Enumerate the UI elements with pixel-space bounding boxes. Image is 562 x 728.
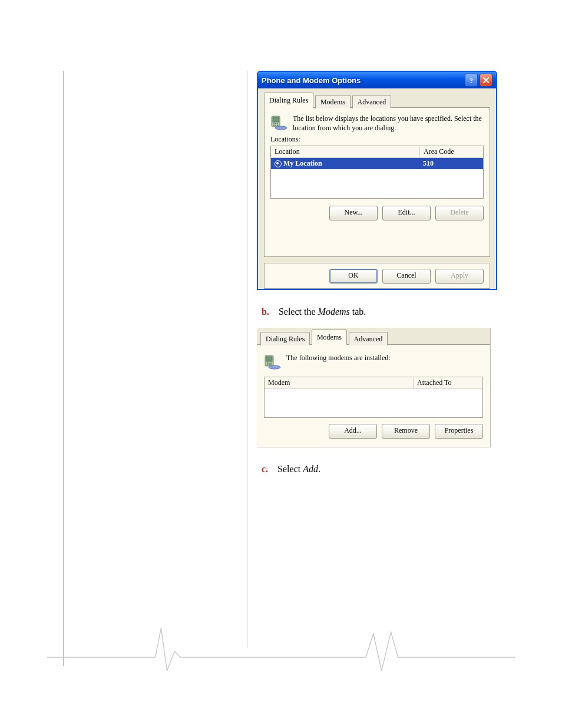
help-button[interactable]: ?: [465, 74, 478, 87]
svg-point-8: [277, 125, 278, 126]
svg-point-17: [270, 364, 272, 365]
svg-point-6: [273, 125, 275, 126]
tab-modems[interactable]: Modems: [315, 95, 351, 108]
dialog-title: Phone and Modem Options: [262, 76, 361, 85]
step-c-label: c.: [262, 464, 268, 474]
dialog-description: The list below displays the locations yo…: [293, 114, 484, 133]
step-c: c. Select Add.: [262, 464, 507, 475]
step-b-em: Modems: [318, 307, 350, 317]
tab-advanced[interactable]: Advanced: [352, 95, 392, 108]
tab2-dialing-rules[interactable]: Dialing Rules: [260, 332, 310, 345]
step-c-post: .: [318, 464, 320, 474]
delete-button: Delete: [435, 206, 484, 220]
step-b: b. Select the Modems tab.: [262, 307, 507, 317]
titlebar: Phone and Modem Options ?: [258, 72, 496, 88]
svg-point-7: [275, 125, 276, 126]
new-button[interactable]: New...: [329, 206, 378, 220]
svg-text:?: ?: [470, 77, 473, 84]
modems-list[interactable]: Modem Attached To: [264, 377, 483, 418]
svg-point-18: [269, 365, 280, 369]
svg-point-4: [275, 123, 276, 124]
ecg-divider-icon: [47, 625, 515, 672]
col-modem[interactable]: Modem: [265, 377, 414, 388]
tab-page-modems: The following modems are installed: Mode…: [257, 345, 490, 447]
ok-button[interactable]: OK: [329, 269, 378, 284]
remove-button[interactable]: Remove: [382, 424, 430, 439]
tab-dialing-rules[interactable]: Dialing Rules: [264, 93, 313, 108]
svg-point-13: [269, 363, 270, 364]
col-attached-to[interactable]: Attached To: [414, 377, 482, 388]
close-button[interactable]: [480, 74, 492, 87]
location-icon: [270, 114, 288, 130]
step-b-label: b.: [262, 307, 269, 317]
location-row-name: My Location: [283, 159, 322, 168]
modems-description: The following modems are installed:: [286, 353, 391, 363]
svg-point-9: [275, 126, 287, 130]
dialog-footer: OK Cancel Apply: [264, 263, 490, 289]
svg-point-3: [273, 123, 275, 124]
edit-button[interactable]: Edit...: [382, 206, 431, 220]
tab2-modems[interactable]: Modems: [312, 330, 347, 345]
svg-point-12: [267, 363, 268, 364]
col-area-code[interactable]: Area Code: [420, 146, 483, 157]
properties-button[interactable]: Properties: [435, 424, 483, 439]
locations-label: Locations:: [270, 135, 484, 144]
step-c-em: Add: [303, 464, 318, 474]
svg-rect-2: [273, 117, 279, 122]
phone-modem-dialog: Phone and Modem Options ? Dialing Rules …: [257, 71, 497, 290]
tab-bar-2: Dialing Rules Modems Advanced: [257, 328, 490, 345]
radio-selected-icon: [275, 160, 282, 167]
cancel-button[interactable]: Cancel: [382, 269, 431, 284]
svg-point-14: [270, 363, 272, 364]
svg-point-16: [269, 364, 270, 365]
step-b-post: tab.: [350, 307, 366, 317]
modems-tab-panel: Dialing Rules Modems Advanced The follow…: [257, 328, 491, 447]
tab-page-dialing-rules: The list below displays the locations yo…: [264, 108, 490, 257]
location-row-areacode: 510: [419, 158, 483, 169]
apply-button: Apply: [435, 269, 484, 284]
svg-rect-11: [266, 357, 272, 361]
modems-icon: [264, 353, 282, 370]
svg-point-5: [277, 123, 278, 124]
svg-point-15: [267, 364, 268, 365]
tab2-advanced[interactable]: Advanced: [349, 332, 388, 345]
locations-list[interactable]: Location Area Code My Location 510: [270, 146, 484, 199]
step-c-pre: Select: [277, 464, 303, 474]
margin-vertical-line: [63, 71, 64, 666]
tab-bar: Dialing Rules Modems Advanced: [264, 92, 490, 108]
step-b-pre: Select the: [279, 307, 318, 317]
col-location[interactable]: Location: [271, 146, 420, 157]
location-row[interactable]: My Location 510: [271, 158, 483, 169]
add-button[interactable]: Add...: [329, 424, 377, 439]
